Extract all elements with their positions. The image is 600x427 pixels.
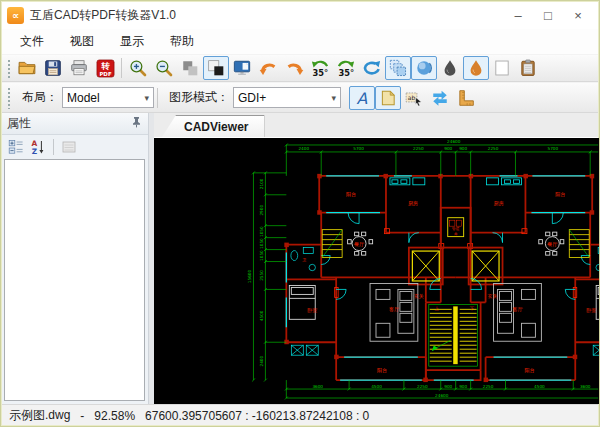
graphics-mode-value: GDI+ [238, 91, 266, 105]
minimize-button[interactable]: – [503, 4, 533, 26]
close-button[interactable]: × [563, 4, 593, 26]
screen-view-button[interactable] [229, 56, 255, 80]
blank-page-button[interactable] [489, 56, 515, 80]
toolbar-grip [5, 86, 12, 109]
svg-text:2250: 2250 [413, 146, 424, 151]
svg-text:2250: 2250 [488, 146, 499, 151]
pin-icon[interactable] [131, 116, 142, 131]
drawing-canvas[interactable]: 管道 井 [154, 138, 599, 404]
tab-label: CADViewer [184, 120, 248, 134]
properties-title: 属性 [7, 115, 31, 132]
sort-alphabetical-button[interactable]: A Z [27, 137, 49, 157]
svg-text:4500: 4500 [259, 310, 264, 321]
clipboard-icon [519, 59, 537, 77]
svg-text:阳台: 阳台 [524, 367, 534, 374]
folded-page-icon [379, 89, 397, 107]
layout-value: Model [67, 91, 100, 105]
center-shaft: 管道 井 [441, 208, 471, 248]
open-file-button[interactable] [14, 56, 40, 80]
svg-text:阳台: 阳台 [377, 367, 387, 374]
svg-text:35°: 35° [338, 68, 354, 78]
svg-text:卧室: 卧室 [586, 307, 596, 313]
tab-cadviewer[interactable]: CADViewer [162, 115, 264, 137]
svg-text:井: 井 [454, 232, 458, 236]
svg-text:转: 转 [100, 60, 110, 70]
menu-file[interactable]: 文件 [11, 30, 53, 53]
printer-icon [70, 59, 88, 77]
graphics-mode-dropdown[interactable]: GDI+ ▾ [233, 87, 341, 108]
svg-text:客厅: 客厅 [513, 306, 523, 313]
floorplan-drawing: 管道 井 [154, 138, 599, 404]
render-quality-button[interactable] [411, 56, 437, 80]
svg-text:5700: 5700 [548, 146, 559, 151]
toolbar-separator [53, 139, 54, 155]
status-bar: 示例图.dwg - 92.58% 67600.395705607 : -1602… [1, 404, 599, 426]
find-text-button[interactable]: ab [401, 86, 427, 110]
rotate-view-button[interactable] [359, 56, 385, 80]
blue-sphere-icon [415, 59, 433, 77]
menu-display[interactable]: 显示 [111, 30, 153, 53]
layout-label: 布局： [22, 89, 58, 106]
show-text-button[interactable]: A [349, 86, 375, 110]
paste-settings-button[interactable] [515, 56, 541, 80]
toolbar-separator [121, 58, 122, 78]
svg-text:下: 下 [469, 306, 474, 311]
layers-icon [389, 59, 407, 77]
page-style-button[interactable] [375, 86, 401, 110]
toolbar-grip [5, 58, 12, 79]
options-toolbar: 布局： Model ▾ 图形模式： GDI+ ▾ A ab [1, 82, 599, 113]
convert-to-pdf-button[interactable]: 转 PDF [92, 56, 118, 80]
zoom-out-button[interactable] [151, 56, 177, 80]
window-title: 互盾CAD转PDF转换器V1.0 [30, 7, 176, 24]
svg-text:玄关: 玄关 [414, 293, 424, 299]
ruler-icon [457, 89, 475, 107]
layers-button[interactable] [385, 56, 411, 80]
zoom-in-button[interactable] [125, 56, 151, 80]
svg-text:2250: 2250 [483, 384, 494, 389]
background-gray-button[interactable] [177, 56, 203, 80]
ink-color-button[interactable] [463, 56, 489, 80]
graphics-mode-label: 图形模式： [169, 89, 229, 106]
svg-text:1050: 1050 [259, 226, 264, 237]
svg-text:3600: 3600 [580, 384, 591, 389]
svg-text:Z: Z [32, 147, 38, 155]
app-window: ∝ 互盾CAD转PDF转换器V1.0 – □ × 文件 视图 显示 帮助 [0, 0, 600, 427]
svg-text:15600: 15600 [247, 270, 252, 284]
rotate-left-35-button[interactable]: 35° [307, 56, 333, 80]
rotate-right-35-button[interactable]: 35° [333, 56, 359, 80]
background-bw-button[interactable] [203, 56, 229, 80]
print-button[interactable] [66, 56, 92, 80]
svg-text:1050: 1050 [259, 238, 264, 249]
toolbar-separator [157, 88, 158, 108]
blank-page-icon [493, 59, 511, 77]
svg-text:2550: 2550 [259, 270, 264, 281]
swap-compare-button[interactable] [427, 86, 453, 110]
convert-pdf-icon: 转 PDF [96, 59, 115, 78]
svg-text:厨房: 厨房 [408, 200, 418, 206]
svg-text:客厅: 客厅 [389, 306, 399, 313]
save-button[interactable] [40, 56, 66, 80]
status-zoom-level: 92.58% [94, 409, 135, 423]
status-coordinates: 67600.395705607 : -160213.87242108 : 0 [145, 409, 369, 423]
svg-text:2400: 2400 [259, 356, 264, 367]
properties-list[interactable] [4, 159, 145, 401]
properties-panel-header: 属性 [1, 113, 148, 135]
categorize-button[interactable] [5, 137, 27, 157]
layout-dropdown[interactable]: Model ▾ [62, 87, 154, 108]
measure-button[interactable] [453, 86, 479, 110]
ink-dark-button[interactable] [437, 56, 463, 80]
svg-text:2250: 2250 [417, 384, 428, 389]
svg-text:上: 上 [435, 306, 440, 311]
redo-button[interactable] [281, 56, 307, 80]
undo-arrow-icon [259, 59, 278, 78]
save-floppy-icon [44, 59, 62, 77]
menu-help[interactable]: 帮助 [161, 30, 203, 53]
maximize-button[interactable]: □ [533, 4, 563, 26]
svg-text:ab: ab [408, 93, 416, 100]
menu-view[interactable]: 视图 [61, 30, 103, 53]
undo-button[interactable] [255, 56, 281, 80]
svg-text:900: 900 [459, 384, 467, 389]
rotate-right-35-icon: 35° [336, 59, 356, 78]
status-dash: - [80, 409, 84, 423]
menu-bar: 文件 视图 显示 帮助 [1, 29, 599, 54]
